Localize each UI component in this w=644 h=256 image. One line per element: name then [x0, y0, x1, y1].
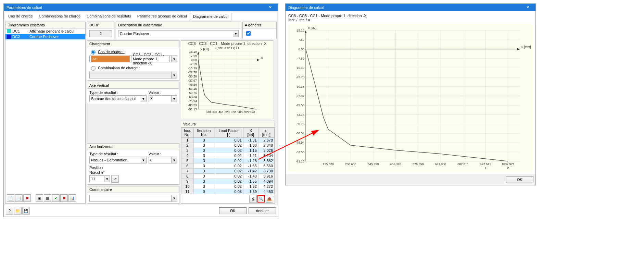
ok-button[interactable]: OK: [219, 207, 247, 214]
dc-no-label: DC n°: [87, 22, 114, 28]
desc-label: Description du diagramme: [116, 22, 241, 28]
svg-text:u(Nœud n° 11) / X: u(Nœud n° 11) / X: [215, 46, 240, 50]
svg-text:-60.75: -60.75: [188, 91, 197, 95]
main-dialog: Paramètres de calcul ✕ Cas de chargeComb…: [3, 3, 278, 217]
comment-title: Commentaire: [87, 186, 179, 193]
tool3-icon[interactable]: ✔: [52, 194, 60, 202]
axis-h-val-combo[interactable]: u▾: [149, 157, 177, 163]
tab-2[interactable]: Combinaisons de résultats: [84, 12, 134, 20]
svg-text:-68.34: -68.34: [295, 132, 304, 135]
print-icon[interactable]: 🖨: [249, 195, 257, 203]
main-title: Paramètres de calcul: [7, 5, 42, 10]
chart-subtitle: Incr. / Itér. / u: [288, 18, 533, 22]
close-icon[interactable]: ✕: [265, 5, 275, 10]
copy-icon[interactable]: 📑: [15, 194, 23, 202]
svg-text:-7.59: -7.59: [297, 57, 304, 60]
svg-text:230.660: 230.660: [205, 110, 217, 114]
pick-node-icon[interactable]: ↗: [111, 175, 119, 183]
svg-text:230.660: 230.660: [345, 162, 356, 166]
values-title: Valeurs: [181, 121, 275, 127]
table-row[interactable]: 830.02-1.483.916: [181, 174, 275, 179]
help-icon[interactable]: ?: [6, 207, 13, 215]
table-row[interactable]: 530.02-1.283.382: [181, 158, 275, 163]
svg-text:-22.78: -22.78: [188, 71, 197, 74]
chevron-down-icon[interactable]: ▾: [172, 56, 177, 62]
tool1-icon[interactable]: ▣: [36, 194, 43, 202]
case-badge: AE: [91, 56, 130, 62]
svg-text:15.19: 15.19: [189, 50, 197, 53]
tab-4[interactable]: Diagramme de calcul: [190, 13, 231, 20]
svg-text:691.980: 691.980: [435, 162, 446, 166]
generate-checkbox[interactable]: [246, 31, 251, 36]
table-row[interactable]: 330.02-1.153.026: [181, 148, 275, 153]
svg-text:-30.38: -30.38: [295, 85, 304, 88]
table-row[interactable]: 130.01-1.012.670: [181, 138, 275, 143]
svg-text:-53.16: -53.16: [295, 113, 304, 117]
case-value: CC3 - CC3 - CC1 - Mode propre 1, directi…: [131, 56, 170, 62]
existing-diagrams-panel: Diagrammes existants DC1Affichage pendan…: [5, 22, 86, 204]
axis-v-type-label: Type de résultat :: [89, 90, 147, 95]
table-row[interactable]: 930.02-1.554.094: [181, 179, 275, 184]
svg-text:922.641: 922.641: [244, 110, 256, 114]
svg-text:-68.34: -68.34: [188, 95, 197, 99]
svg-text:-91.13: -91.13: [188, 108, 197, 111]
svg-text:2: 2: [507, 166, 509, 170]
new-icon[interactable]: 📄: [7, 194, 14, 202]
delete-icon[interactable]: ✖: [23, 194, 31, 202]
axis-h-title: Axe horizontal: [87, 144, 179, 150]
tool4-icon[interactable]: ✖: [60, 194, 68, 202]
svg-text:-22.78: -22.78: [295, 75, 304, 79]
svg-text:-45.56: -45.56: [295, 103, 304, 107]
svg-text:691.980: 691.980: [231, 110, 243, 114]
tool2-icon[interactable]: ▥: [44, 194, 51, 202]
table-row[interactable]: 630.02-1.353.560: [181, 163, 275, 169]
comment-combo[interactable]: ▾: [89, 195, 177, 202]
existing-row-DC1[interactable]: DC1Affichage pendant le calcul: [5, 28, 85, 34]
cancel-button[interactable]: Annuler: [249, 207, 276, 214]
tool5-icon[interactable]: 📊: [68, 194, 76, 202]
case-combo[interactable]: AECC3 - CC3 - CC1 - Mode propre 1, direc…: [89, 56, 177, 62]
chart-ok-button[interactable]: OK: [506, 176, 533, 183]
radio-combo[interactable]: Combinaison de charge :: [89, 65, 177, 71]
svg-text:922.641: 922.641: [480, 162, 491, 166]
desc-combo[interactable]: Courbe Pushover ▾: [118, 30, 239, 37]
dc-no-input: [89, 30, 112, 37]
chevron-down-icon[interactable]: ▾: [233, 30, 239, 37]
table-row[interactable]: 1030.02-1.624.272: [181, 184, 275, 189]
tab-0[interactable]: Cas de charge: [5, 12, 36, 20]
axis-h-type-combo[interactable]: Nœuds - Déformation▾: [89, 157, 147, 163]
chart-title: CC3 - CC3 - CC1 - Mode propre 1, directi…: [288, 14, 533, 18]
table-row[interactable]: 730.02-1.423.738: [181, 169, 275, 174]
close-icon[interactable]: ✕: [522, 5, 533, 10]
generate-label: A générer: [243, 22, 276, 28]
export-icon[interactable]: 📤: [266, 195, 273, 203]
axis-v-type-combo[interactable]: Somme des forces d'appui▾: [89, 95, 147, 102]
existing-list[interactable]: DC1Affichage pendant le calculDC2Courbe …: [5, 28, 85, 193]
svg-text:461.320: 461.320: [218, 110, 230, 114]
node-combo[interactable]: 11▾: [89, 175, 110, 182]
svg-text:1: 1: [485, 166, 487, 170]
svg-text:-75.94: -75.94: [295, 141, 304, 144]
chevron-down-icon: ▾: [172, 72, 177, 78]
svg-text:-75.94: -75.94: [188, 99, 197, 103]
zoom-chart-icon[interactable]: 🔍: [257, 195, 265, 203]
tab-1[interactable]: Combinaisons de charge: [36, 12, 84, 20]
values-scroll[interactable]: Incr.No.IterationNo.Load Factor[-]X[kN]u…: [181, 127, 275, 194]
svg-text:7.59: 7.59: [298, 38, 304, 41]
chart-titlebar[interactable]: Diagramme de calcul ✕: [286, 4, 535, 11]
svg-text:-83.53: -83.53: [188, 103, 197, 107]
main-titlebar[interactable]: Paramètres de calcul ✕: [4, 4, 278, 11]
existing-row-DC2[interactable]: DC2Courbe Pushover: [5, 34, 85, 39]
table-row[interactable]: 1130.03-1.694.450: [181, 189, 275, 194]
svg-text:-15.19: -15.19: [188, 66, 197, 70]
folder-icon[interactable]: 📁: [14, 207, 22, 215]
svg-text:u [mm]: u [mm]: [521, 45, 531, 49]
save-icon[interactable]: 💾: [22, 207, 30, 215]
svg-text:-45.56: -45.56: [188, 83, 197, 86]
values-panel: Valeurs Incr.No.IterationNo.Load Factor[…: [181, 121, 275, 204]
axis-v-val-combo[interactable]: X▾: [149, 95, 177, 102]
table-row[interactable]: 430.02-1.213.204: [181, 153, 275, 158]
svg-text:-60.75: -60.75: [295, 122, 304, 126]
tab-3[interactable]: Paramètres globaux de calcul: [134, 12, 190, 20]
table-row[interactable]: 230.02-1.082.848: [181, 143, 275, 148]
